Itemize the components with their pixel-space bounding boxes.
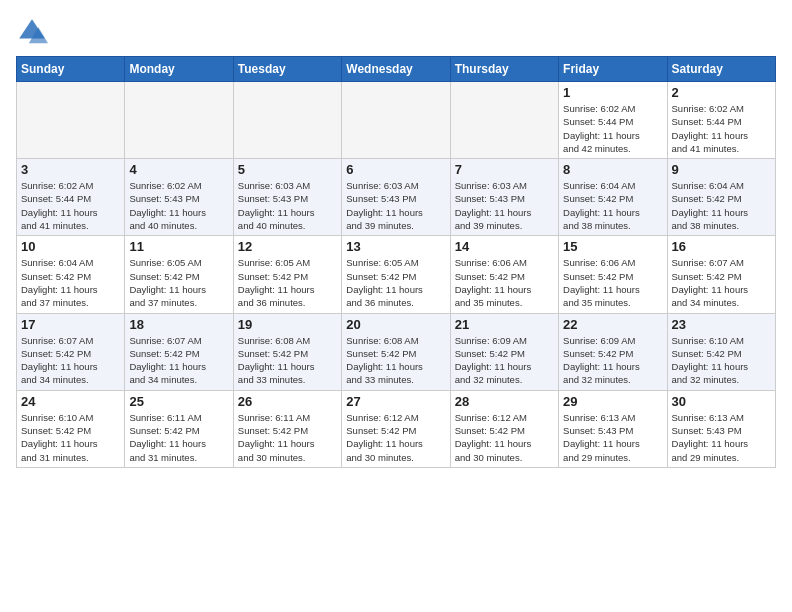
day-number: 2 <box>672 85 771 100</box>
calendar-container: SundayMondayTuesdayWednesdayThursdayFrid… <box>0 0 792 478</box>
calendar-cell: 20Sunrise: 6:08 AM Sunset: 5:42 PM Dayli… <box>342 313 450 390</box>
day-info: Sunrise: 6:07 AM Sunset: 5:42 PM Dayligh… <box>129 334 228 387</box>
day-info: Sunrise: 6:12 AM Sunset: 5:42 PM Dayligh… <box>346 411 445 464</box>
calendar-cell <box>342 82 450 159</box>
calendar-cell <box>17 82 125 159</box>
day-number: 18 <box>129 317 228 332</box>
day-info: Sunrise: 6:05 AM Sunset: 5:42 PM Dayligh… <box>346 256 445 309</box>
day-number: 11 <box>129 239 228 254</box>
day-number: 19 <box>238 317 337 332</box>
day-info: Sunrise: 6:08 AM Sunset: 5:42 PM Dayligh… <box>238 334 337 387</box>
day-info: Sunrise: 6:04 AM Sunset: 5:42 PM Dayligh… <box>563 179 662 232</box>
day-info: Sunrise: 6:05 AM Sunset: 5:42 PM Dayligh… <box>238 256 337 309</box>
calendar-cell: 29Sunrise: 6:13 AM Sunset: 5:43 PM Dayli… <box>559 390 667 467</box>
calendar-cell <box>233 82 341 159</box>
day-number: 13 <box>346 239 445 254</box>
day-info: Sunrise: 6:07 AM Sunset: 5:42 PM Dayligh… <box>21 334 120 387</box>
day-number: 10 <box>21 239 120 254</box>
day-info: Sunrise: 6:10 AM Sunset: 5:42 PM Dayligh… <box>21 411 120 464</box>
calendar-cell: 18Sunrise: 6:07 AM Sunset: 5:42 PM Dayli… <box>125 313 233 390</box>
calendar-cell: 13Sunrise: 6:05 AM Sunset: 5:42 PM Dayli… <box>342 236 450 313</box>
calendar-cell: 17Sunrise: 6:07 AM Sunset: 5:42 PM Dayli… <box>17 313 125 390</box>
calendar-cell: 19Sunrise: 6:08 AM Sunset: 5:42 PM Dayli… <box>233 313 341 390</box>
day-number: 7 <box>455 162 554 177</box>
calendar-cell: 4Sunrise: 6:02 AM Sunset: 5:43 PM Daylig… <box>125 159 233 236</box>
day-number: 23 <box>672 317 771 332</box>
calendar-cell: 3Sunrise: 6:02 AM Sunset: 5:44 PM Daylig… <box>17 159 125 236</box>
calendar-cell <box>125 82 233 159</box>
day-number: 27 <box>346 394 445 409</box>
calendar-week-row: 10Sunrise: 6:04 AM Sunset: 5:42 PM Dayli… <box>17 236 776 313</box>
calendar-cell: 7Sunrise: 6:03 AM Sunset: 5:43 PM Daylig… <box>450 159 558 236</box>
calendar-week-row: 24Sunrise: 6:10 AM Sunset: 5:42 PM Dayli… <box>17 390 776 467</box>
day-number: 12 <box>238 239 337 254</box>
logo-icon <box>16 16 48 48</box>
day-info: Sunrise: 6:10 AM Sunset: 5:42 PM Dayligh… <box>672 334 771 387</box>
day-info: Sunrise: 6:13 AM Sunset: 5:43 PM Dayligh… <box>563 411 662 464</box>
day-number: 17 <box>21 317 120 332</box>
calendar-cell: 26Sunrise: 6:11 AM Sunset: 5:42 PM Dayli… <box>233 390 341 467</box>
calendar-cell: 15Sunrise: 6:06 AM Sunset: 5:42 PM Dayli… <box>559 236 667 313</box>
day-info: Sunrise: 6:03 AM Sunset: 5:43 PM Dayligh… <box>238 179 337 232</box>
calendar-day-header: Saturday <box>667 57 775 82</box>
calendar-day-header: Tuesday <box>233 57 341 82</box>
day-info: Sunrise: 6:11 AM Sunset: 5:42 PM Dayligh… <box>238 411 337 464</box>
day-info: Sunrise: 6:08 AM Sunset: 5:42 PM Dayligh… <box>346 334 445 387</box>
day-info: Sunrise: 6:06 AM Sunset: 5:42 PM Dayligh… <box>563 256 662 309</box>
day-number: 28 <box>455 394 554 409</box>
day-number: 30 <box>672 394 771 409</box>
day-number: 6 <box>346 162 445 177</box>
calendar-cell: 24Sunrise: 6:10 AM Sunset: 5:42 PM Dayli… <box>17 390 125 467</box>
day-number: 26 <box>238 394 337 409</box>
calendar-cell <box>450 82 558 159</box>
header <box>16 16 776 48</box>
calendar-cell: 21Sunrise: 6:09 AM Sunset: 5:42 PM Dayli… <box>450 313 558 390</box>
calendar-cell: 14Sunrise: 6:06 AM Sunset: 5:42 PM Dayli… <box>450 236 558 313</box>
day-info: Sunrise: 6:02 AM Sunset: 5:44 PM Dayligh… <box>21 179 120 232</box>
calendar-header-row: SundayMondayTuesdayWednesdayThursdayFrid… <box>17 57 776 82</box>
day-number: 1 <box>563 85 662 100</box>
day-info: Sunrise: 6:02 AM Sunset: 5:44 PM Dayligh… <box>563 102 662 155</box>
day-number: 8 <box>563 162 662 177</box>
day-number: 15 <box>563 239 662 254</box>
calendar-cell: 6Sunrise: 6:03 AM Sunset: 5:43 PM Daylig… <box>342 159 450 236</box>
day-info: Sunrise: 6:03 AM Sunset: 5:43 PM Dayligh… <box>455 179 554 232</box>
day-number: 16 <box>672 239 771 254</box>
calendar-cell: 28Sunrise: 6:12 AM Sunset: 5:42 PM Dayli… <box>450 390 558 467</box>
day-info: Sunrise: 6:06 AM Sunset: 5:42 PM Dayligh… <box>455 256 554 309</box>
day-number: 29 <box>563 394 662 409</box>
calendar-cell: 10Sunrise: 6:04 AM Sunset: 5:42 PM Dayli… <box>17 236 125 313</box>
calendar-cell: 11Sunrise: 6:05 AM Sunset: 5:42 PM Dayli… <box>125 236 233 313</box>
day-info: Sunrise: 6:12 AM Sunset: 5:42 PM Dayligh… <box>455 411 554 464</box>
day-info: Sunrise: 6:02 AM Sunset: 5:44 PM Dayligh… <box>672 102 771 155</box>
day-number: 22 <box>563 317 662 332</box>
day-info: Sunrise: 6:07 AM Sunset: 5:42 PM Dayligh… <box>672 256 771 309</box>
day-info: Sunrise: 6:13 AM Sunset: 5:43 PM Dayligh… <box>672 411 771 464</box>
calendar-day-header: Wednesday <box>342 57 450 82</box>
calendar-day-header: Thursday <box>450 57 558 82</box>
logo <box>16 16 52 48</box>
calendar-cell: 16Sunrise: 6:07 AM Sunset: 5:42 PM Dayli… <box>667 236 775 313</box>
day-number: 24 <box>21 394 120 409</box>
day-number: 9 <box>672 162 771 177</box>
calendar-day-header: Friday <box>559 57 667 82</box>
calendar-week-row: 3Sunrise: 6:02 AM Sunset: 5:44 PM Daylig… <box>17 159 776 236</box>
day-info: Sunrise: 6:11 AM Sunset: 5:42 PM Dayligh… <box>129 411 228 464</box>
day-info: Sunrise: 6:09 AM Sunset: 5:42 PM Dayligh… <box>563 334 662 387</box>
day-info: Sunrise: 6:09 AM Sunset: 5:42 PM Dayligh… <box>455 334 554 387</box>
day-info: Sunrise: 6:04 AM Sunset: 5:42 PM Dayligh… <box>672 179 771 232</box>
calendar-cell: 30Sunrise: 6:13 AM Sunset: 5:43 PM Dayli… <box>667 390 775 467</box>
calendar-week-row: 17Sunrise: 6:07 AM Sunset: 5:42 PM Dayli… <box>17 313 776 390</box>
calendar-cell: 27Sunrise: 6:12 AM Sunset: 5:42 PM Dayli… <box>342 390 450 467</box>
day-info: Sunrise: 6:04 AM Sunset: 5:42 PM Dayligh… <box>21 256 120 309</box>
calendar-day-header: Monday <box>125 57 233 82</box>
day-number: 14 <box>455 239 554 254</box>
day-info: Sunrise: 6:02 AM Sunset: 5:43 PM Dayligh… <box>129 179 228 232</box>
calendar-week-row: 1Sunrise: 6:02 AM Sunset: 5:44 PM Daylig… <box>17 82 776 159</box>
day-number: 3 <box>21 162 120 177</box>
calendar-cell: 5Sunrise: 6:03 AM Sunset: 5:43 PM Daylig… <box>233 159 341 236</box>
day-number: 21 <box>455 317 554 332</box>
day-number: 25 <box>129 394 228 409</box>
day-info: Sunrise: 6:03 AM Sunset: 5:43 PM Dayligh… <box>346 179 445 232</box>
calendar-cell: 2Sunrise: 6:02 AM Sunset: 5:44 PM Daylig… <box>667 82 775 159</box>
